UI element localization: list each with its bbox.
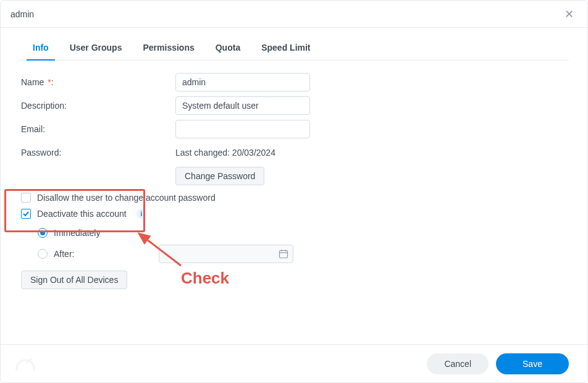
window-title: admin [10, 9, 561, 19]
tab-user-groups[interactable]: User Groups [67, 38, 125, 60]
disallow-change-password-label: Disallow the user to change account pass… [37, 193, 216, 203]
deactivate-account-checkbox[interactable] [21, 209, 31, 219]
description-input[interactable] [175, 96, 310, 115]
check-icon [22, 210, 30, 217]
after-date-input[interactable] [159, 245, 293, 263]
radio-after[interactable] [38, 249, 48, 259]
brand-logo-icon [14, 356, 36, 374]
dialog-body: Info User Groups Permissions Quota Speed… [1, 28, 587, 344]
close-icon[interactable]: ✕ [561, 5, 578, 23]
password-status: Last changed: 20/03/2024 [175, 148, 275, 158]
tab-info[interactable]: Info [30, 38, 51, 60]
sign-out-all-devices-button[interactable]: Sign Out of All Devices [21, 271, 127, 289]
tab-quota[interactable]: Quota [213, 38, 243, 60]
radio-after-label: After: [54, 249, 74, 259]
save-button[interactable]: Save [496, 353, 569, 374]
password-label: Password: [19, 148, 175, 158]
info-form: Name *: Description: Email: Password: La… [19, 61, 569, 289]
email-label: Email: [19, 124, 175, 134]
radio-immediately-label: Immediately [54, 228, 100, 238]
tab-bar: Info User Groups Permissions Quota Speed… [19, 34, 569, 61]
user-edit-dialog: admin ✕ Info User Groups Permissions Quo… [0, 0, 588, 383]
cancel-button[interactable]: Cancel [427, 353, 489, 374]
tab-speed-limit[interactable]: Speed Limit [259, 38, 313, 60]
titlebar: admin ✕ [1, 1, 587, 28]
email-input[interactable] [175, 120, 310, 138]
info-icon[interactable]: i [136, 209, 146, 219]
radio-immediately[interactable] [38, 228, 48, 238]
deactivate-when-group: Immediately After: [38, 222, 569, 264]
name-input[interactable] [175, 73, 310, 91]
deactivate-account-label: Deactivate this account [37, 209, 127, 219]
change-password-button[interactable]: Change Password [175, 167, 264, 185]
description-label: Description: [19, 101, 175, 111]
name-label: Name *: [19, 77, 175, 87]
disallow-change-password-checkbox[interactable] [21, 193, 31, 203]
svg-rect-0 [280, 251, 288, 258]
footer: Cancel Save [1, 344, 587, 382]
tab-permissions[interactable]: Permissions [140, 38, 196, 60]
calendar-icon[interactable] [279, 249, 288, 259]
